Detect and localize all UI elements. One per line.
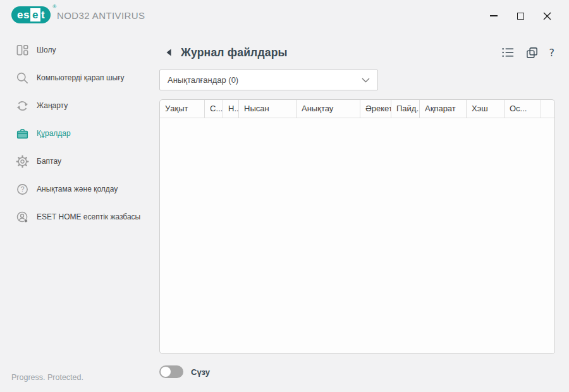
- brand-tagline: Progress. Protected.: [11, 373, 83, 382]
- sidebar-item-label: Анықтама және қолдау: [37, 185, 118, 193]
- eset-logo: eset ®: [11, 6, 51, 23]
- update-icon: [16, 99, 29, 113]
- close-button[interactable]: [534, 0, 560, 32]
- page-titlebar: Журнал файлдары: [166, 43, 554, 62]
- minimize-button[interactable]: [480, 0, 507, 32]
- eset-logo-pill: eset: [11, 6, 51, 23]
- column-header-spacer: [541, 100, 554, 118]
- filter-toggle-label: Сүзу: [191, 367, 210, 377]
- logo-seg-es: es: [17, 6, 30, 23]
- copy-icon[interactable]: [525, 46, 539, 59]
- filter-toggle-knob: [161, 367, 171, 377]
- sidebar-item-label: Баптау: [37, 157, 61, 166]
- page-title: Журнал файлдары: [181, 46, 288, 59]
- topbar: eset ® NOD32 ANTIVIRUS: [0, 0, 569, 32]
- sidebar-item-setup[interactable]: Баптау: [0, 147, 158, 175]
- filter-toggle[interactable]: [159, 365, 183, 378]
- column-header-hash[interactable]: Хэш: [467, 100, 505, 118]
- filter-row: Сүзу: [159, 365, 210, 378]
- chevron-down-icon: [362, 78, 370, 83]
- back-arrow-icon: [166, 49, 171, 56]
- column-header-action[interactable]: Әрекет: [360, 100, 391, 118]
- column-header-info[interactable]: Ақпарат: [420, 100, 467, 118]
- sidebar-item-help-support[interactable]: ? Анықтама және қолдау: [0, 175, 158, 203]
- sidebar-item-label: Құралдар: [37, 129, 71, 138]
- sidebar-item-label: Компьютерді қарап шығу: [37, 73, 125, 82]
- account-icon: [16, 211, 29, 224]
- sidebar: Шолу Компьютерді қарап шығу: [0, 32, 158, 392]
- column-header-object[interactable]: Нысан: [239, 100, 297, 118]
- main-content: Журнал файлдары: [158, 32, 569, 392]
- overview-icon: [16, 44, 29, 57]
- log-type-dropdown[interactable]: Анықталғандар (0): [159, 70, 378, 90]
- sidebar-item-label: Шолу: [37, 46, 56, 54]
- tools-icon: [16, 127, 29, 140]
- logo-seg-e: e: [30, 8, 40, 21]
- sidebar-item-update[interactable]: Жаңарту: [0, 92, 158, 119]
- log-table-body-empty: [160, 118, 554, 354]
- svg-text:?: ?: [20, 185, 24, 193]
- logo-seg-t: t: [41, 6, 45, 23]
- title-actions: ?: [501, 46, 555, 59]
- log-list-icon[interactable]: [501, 46, 515, 59]
- column-header-scanner[interactable]: С...: [205, 100, 223, 118]
- help-circle-icon: ?: [16, 183, 29, 196]
- minimize-icon: [490, 15, 498, 16]
- product-title: NOD32 ANTIVIRUS: [57, 0, 145, 32]
- log-type-dropdown-value: Анықталғандар (0): [168, 75, 238, 85]
- help-icon[interactable]: ?: [549, 47, 555, 59]
- sidebar-item-overview[interactable]: Шолу: [0, 36, 158, 64]
- sidebar-item-label: ESET HOME есептік жазбасы: [37, 212, 140, 221]
- column-header-time[interactable]: Уақыт: [160, 100, 205, 118]
- back-button[interactable]: [166, 49, 171, 56]
- column-header-first[interactable]: Ос...: [505, 100, 541, 118]
- maximize-icon: [517, 13, 524, 20]
- column-header-user[interactable]: Пайд...: [391, 100, 420, 118]
- sidebar-item-label: Жаңарту: [37, 101, 68, 110]
- column-header-detection[interactable]: Анықтау: [297, 100, 360, 118]
- maximize-button[interactable]: [507, 0, 534, 32]
- log-table-header: Уақыт С... Н... Нысан Анықтау Әрекет Пай…: [160, 100, 554, 118]
- registered-mark: ®: [52, 4, 56, 9]
- scan-icon: [16, 71, 29, 85]
- sidebar-item-tools[interactable]: Құралдар: [0, 119, 158, 147]
- sidebar-item-computer-scan[interactable]: Компьютерді қарап шығу: [0, 64, 158, 92]
- gear-icon: [16, 155, 29, 168]
- sidebar-item-eset-home-account[interactable]: ESET HOME есептік жазбасы: [0, 203, 158, 231]
- close-icon: [543, 12, 551, 20]
- window-controls: [480, 0, 560, 32]
- column-header-result[interactable]: Н...: [223, 100, 239, 118]
- log-table: Уақыт С... Н... Нысан Анықтау Әрекет Пай…: [159, 99, 555, 354]
- eset-window: eset ® NOD32 ANTIVIRUS: [0, 0, 569, 392]
